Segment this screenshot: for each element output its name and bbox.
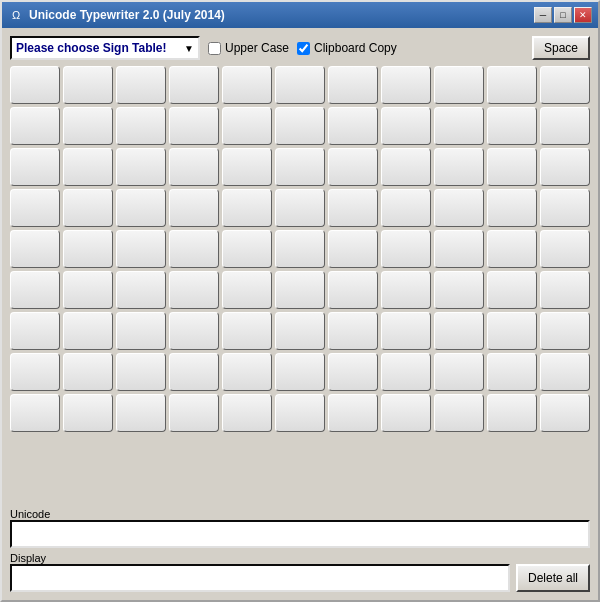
char-button[interactable] <box>116 312 166 350</box>
char-button[interactable] <box>540 271 590 309</box>
char-button[interactable] <box>10 353 60 391</box>
char-button[interactable] <box>328 394 378 432</box>
char-button[interactable] <box>63 189 113 227</box>
char-button[interactable] <box>169 66 219 104</box>
char-button[interactable] <box>328 230 378 268</box>
display-input[interactable] <box>10 564 510 592</box>
char-button[interactable] <box>540 66 590 104</box>
char-button[interactable] <box>116 394 166 432</box>
char-button[interactable] <box>540 312 590 350</box>
char-button[interactable] <box>275 148 325 186</box>
char-button[interactable] <box>328 66 378 104</box>
char-button[interactable] <box>434 271 484 309</box>
char-button[interactable] <box>434 107 484 145</box>
maximize-button[interactable]: □ <box>554 7 572 23</box>
char-button[interactable] <box>116 230 166 268</box>
char-button[interactable] <box>116 189 166 227</box>
sign-table-dropdown[interactable]: Please choose Sign Table! ▼ <box>10 36 200 60</box>
unicode-input[interactable] <box>10 520 590 548</box>
char-button[interactable] <box>381 271 431 309</box>
char-button[interactable] <box>10 66 60 104</box>
char-button[interactable] <box>487 189 537 227</box>
char-button[interactable] <box>381 230 431 268</box>
char-button[interactable] <box>381 394 431 432</box>
char-button[interactable] <box>381 189 431 227</box>
minimize-button[interactable]: ─ <box>534 7 552 23</box>
char-button[interactable] <box>169 148 219 186</box>
char-button[interactable] <box>116 148 166 186</box>
char-button[interactable] <box>169 312 219 350</box>
char-button[interactable] <box>222 271 272 309</box>
char-button[interactable] <box>381 353 431 391</box>
char-button[interactable] <box>222 66 272 104</box>
char-button[interactable] <box>222 353 272 391</box>
char-button[interactable] <box>275 271 325 309</box>
clipboard-checkbox[interactable] <box>297 42 310 55</box>
char-button[interactable] <box>222 230 272 268</box>
char-button[interactable] <box>275 66 325 104</box>
char-button[interactable] <box>381 107 431 145</box>
char-button[interactable] <box>381 148 431 186</box>
char-button[interactable] <box>540 189 590 227</box>
char-button[interactable] <box>10 271 60 309</box>
char-button[interactable] <box>275 189 325 227</box>
char-button[interactable] <box>487 353 537 391</box>
char-button[interactable] <box>328 312 378 350</box>
char-button[interactable] <box>63 66 113 104</box>
space-button[interactable]: Space <box>532 36 590 60</box>
char-button[interactable] <box>222 189 272 227</box>
char-button[interactable] <box>275 353 325 391</box>
char-button[interactable] <box>275 107 325 145</box>
char-button[interactable] <box>487 312 537 350</box>
char-button[interactable] <box>434 230 484 268</box>
char-button[interactable] <box>10 107 60 145</box>
char-button[interactable] <box>222 148 272 186</box>
close-button[interactable]: ✕ <box>574 7 592 23</box>
char-button[interactable] <box>381 312 431 350</box>
char-button[interactable] <box>63 312 113 350</box>
char-button[interactable] <box>434 312 484 350</box>
char-button[interactable] <box>169 353 219 391</box>
char-button[interactable] <box>487 66 537 104</box>
char-button[interactable] <box>116 107 166 145</box>
char-button[interactable] <box>540 353 590 391</box>
char-button[interactable] <box>222 394 272 432</box>
char-button[interactable] <box>63 107 113 145</box>
char-button[interactable] <box>328 271 378 309</box>
char-button[interactable] <box>169 230 219 268</box>
char-button[interactable] <box>434 189 484 227</box>
char-button[interactable] <box>487 271 537 309</box>
char-button[interactable] <box>275 312 325 350</box>
char-button[interactable] <box>434 66 484 104</box>
char-button[interactable] <box>275 394 325 432</box>
char-button[interactable] <box>63 353 113 391</box>
char-button[interactable] <box>487 107 537 145</box>
char-button[interactable] <box>434 148 484 186</box>
char-button[interactable] <box>10 394 60 432</box>
char-button[interactable] <box>63 230 113 268</box>
char-button[interactable] <box>169 189 219 227</box>
char-button[interactable] <box>434 394 484 432</box>
char-button[interactable] <box>222 312 272 350</box>
char-button[interactable] <box>540 148 590 186</box>
char-button[interactable] <box>381 66 431 104</box>
char-button[interactable] <box>169 271 219 309</box>
char-button[interactable] <box>63 271 113 309</box>
char-button[interactable] <box>63 394 113 432</box>
char-button[interactable] <box>116 353 166 391</box>
char-button[interactable] <box>116 271 166 309</box>
char-button[interactable] <box>10 189 60 227</box>
char-button[interactable] <box>434 353 484 391</box>
char-button[interactable] <box>169 107 219 145</box>
char-button[interactable] <box>328 353 378 391</box>
char-button[interactable] <box>328 148 378 186</box>
char-button[interactable] <box>328 189 378 227</box>
char-button[interactable] <box>222 107 272 145</box>
delete-all-button[interactable]: Delete all <box>516 564 590 592</box>
char-button[interactable] <box>63 148 113 186</box>
char-button[interactable] <box>487 148 537 186</box>
char-button[interactable] <box>275 230 325 268</box>
uppercase-checkbox[interactable] <box>208 42 221 55</box>
char-button[interactable] <box>487 394 537 432</box>
char-button[interactable] <box>10 148 60 186</box>
